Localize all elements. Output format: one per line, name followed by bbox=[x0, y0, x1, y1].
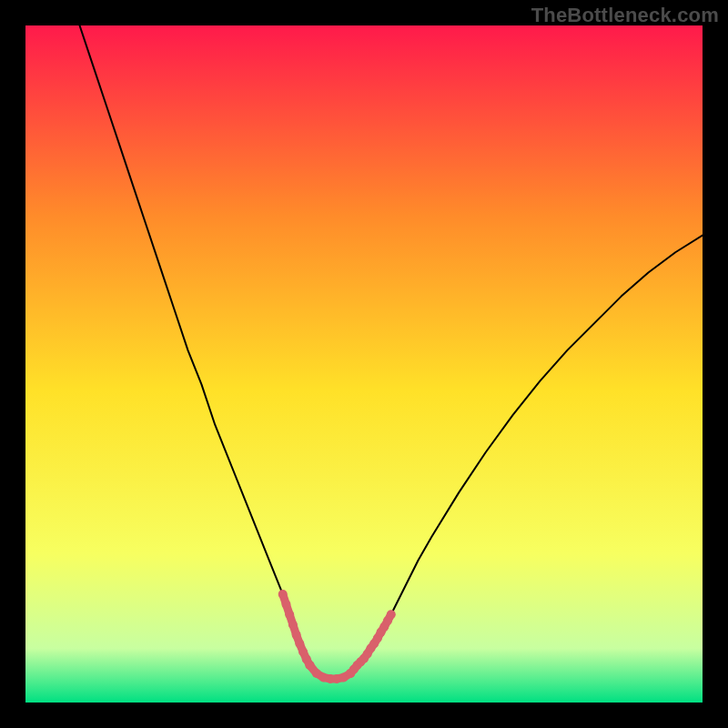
plot-area bbox=[25, 25, 703, 703]
series-dot bbox=[295, 639, 304, 648]
series-dot bbox=[285, 610, 294, 619]
series-dot bbox=[305, 661, 314, 670]
series-dot bbox=[278, 590, 288, 599]
chart-frame: TheBottleneck.com bbox=[0, 0, 728, 728]
series-dot bbox=[288, 620, 298, 629]
series-dot bbox=[292, 631, 301, 640]
series-dot bbox=[281, 600, 290, 609]
series-dot bbox=[387, 610, 396, 619]
curve-layer bbox=[25, 25, 703, 703]
series-main-curve bbox=[80, 25, 703, 679]
watermark-text: TheBottleneck.com bbox=[531, 4, 719, 27]
